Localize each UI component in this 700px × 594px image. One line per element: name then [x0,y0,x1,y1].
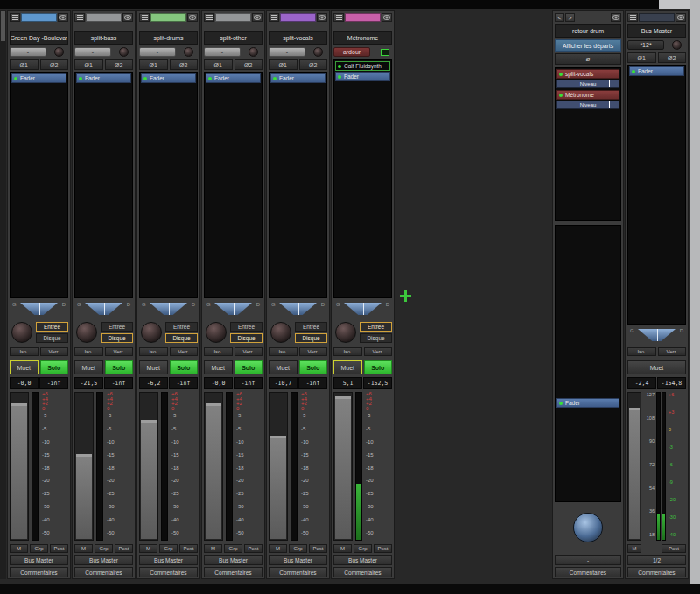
prev-strip-button[interactable]: < [555,13,564,22]
strip-menu-icon[interactable] [333,13,344,22]
eye-icon[interactable] [382,13,392,22]
monitor-disk-button[interactable]: Disque [230,333,262,343]
fader-processor[interactable]: Fader [11,73,66,83]
peak-display[interactable]: -inf [234,377,262,389]
processor-led[interactable] [144,77,147,80]
comments-button[interactable]: Commentaires [555,567,621,577]
gain-fader[interactable] [74,392,94,541]
mute-button[interactable]: Muet [139,360,168,374]
mute-button[interactable]: Muet [269,360,298,374]
processor-led[interactable] [79,77,82,80]
strip-menu-icon[interactable] [10,13,20,22]
solo-lock-button[interactable]: Verr. [234,347,263,356]
metering-point-button[interactable]: M [333,544,352,553]
gain-display[interactable]: -0,0 [204,377,233,389]
monitor-disk-button[interactable]: Disque [36,333,68,343]
phase-1-button[interactable]: Ø1 [74,59,103,70]
processor-box[interactable]: Fader [10,72,68,298]
gain-display[interactable]: -6,2 [139,377,168,389]
gain-display[interactable]: -0,0 [10,377,38,389]
phase-2-button[interactable]: Ø2 [658,52,687,63]
metering-point-button[interactable]: M [74,544,93,553]
monitor-disk-button[interactable]: Disque [295,333,327,343]
output-button[interactable]: Bus Master [204,555,262,565]
comments-button[interactable]: Commentaires [627,567,686,577]
gain-fader[interactable] [10,392,29,541]
processor-led[interactable] [14,77,18,80]
send-item[interactable]: Métronome [556,90,620,100]
next-strip-button[interactable]: > [565,13,575,22]
input-button[interactable]: *12* [627,40,664,50]
gain-fader[interactable] [627,392,641,541]
gain-fader[interactable] [269,392,288,541]
sends-list[interactable]: split-vocalsNiveauMétronomeNiveau [555,67,621,221]
trim-knob[interactable] [672,40,682,50]
meter-post-button[interactable]: Post [309,544,327,553]
send-item[interactable]: split-vocals [556,69,620,79]
strip-color-bar[interactable] [86,13,122,22]
group-button[interactable]: Grp [94,544,113,553]
processor-led[interactable] [338,75,341,79]
processor-box[interactable]: Fader [139,72,198,298]
pan-widget[interactable] [85,303,122,315]
comments-button[interactable]: Commentaires [333,567,392,577]
processor-led[interactable] [273,77,276,80]
processor-box[interactable]: Calf FluidsynthFader [333,59,392,298]
fader-processor[interactable]: Fader [556,398,620,408]
mute-button[interactable]: Muet [74,360,103,374]
processor-box[interactable]: Fader [204,72,262,298]
metering-point-button[interactable]: M [139,544,158,553]
solo-lock-button[interactable]: Verr. [40,347,69,356]
processor-led[interactable] [559,402,563,405]
solo-button[interactable]: Solo [234,360,263,374]
strip-name-button[interactable]: split-other [204,31,262,45]
show-sends-button[interactable]: Afficher les départs [555,39,621,52]
input-button[interactable]: - [204,47,241,57]
trim-knob[interactable] [248,47,258,57]
trim-big-knob[interactable] [270,322,291,343]
monitor-input-button[interactable]: Entrée [165,322,198,332]
solo-lock-button[interactable]: Verr. [105,347,134,356]
peak-display[interactable]: -154,8 [657,377,686,389]
output-button[interactable]: Bus Master [10,555,68,565]
phase-2-button[interactable]: Ø2 [299,59,328,70]
phase-2-button[interactable]: Ø2 [105,59,134,70]
gain-fader[interactable] [204,392,223,541]
peak-display[interactable]: -inf [104,377,133,389]
pan-widget[interactable] [638,329,676,341]
eye-icon[interactable] [252,13,262,22]
comments-button[interactable]: Commentaires [10,567,68,577]
group-button[interactable]: Grp [159,544,178,553]
plugin-processor[interactable]: Calf Fluidsynth [335,61,390,71]
phase-2-button[interactable]: Ø2 [40,59,69,70]
pan-widget[interactable] [150,303,187,315]
processor-led[interactable] [208,77,212,80]
solo-lock-button[interactable]: Verr. [364,347,393,356]
gain-display[interactable]: -2,4 [627,377,656,389]
trim-knob[interactable] [184,47,193,57]
group-button[interactable]: Grp [289,544,307,553]
send-level-fader[interactable]: Niveau [556,101,620,109]
solo-iso-button[interactable]: Iso. [333,347,362,356]
input-button[interactable]: - [10,47,46,57]
output-button[interactable]: 1/2 [627,555,686,565]
fader-processor[interactable]: Fader [629,66,684,76]
solo-button[interactable]: Solo [105,360,134,374]
processor-box[interactable]: Fader [627,65,686,325]
input-button[interactable]: ardour [333,47,370,57]
fader-processor[interactable]: Fader [206,73,261,83]
processor-box[interactable]: Fader [74,72,133,298]
strip-menu-icon[interactable] [139,13,150,22]
mute-button[interactable]: Muet [333,360,362,374]
trim-big-knob[interactable] [206,322,227,343]
solo-button[interactable]: Solo [170,360,199,374]
strip-menu-icon[interactable] [204,13,214,22]
metering-point-button[interactable]: M [627,544,641,553]
peak-display[interactable]: -inf [39,377,68,389]
peak-display[interactable]: -152,5 [363,377,392,389]
strip-name-button[interactable]: Métronome [333,31,392,45]
eye-icon[interactable] [58,13,68,22]
solo-iso-button[interactable]: Iso. [204,347,233,356]
strip-color-bar[interactable] [280,13,316,22]
phase-2-button[interactable]: Ø2 [170,59,199,70]
